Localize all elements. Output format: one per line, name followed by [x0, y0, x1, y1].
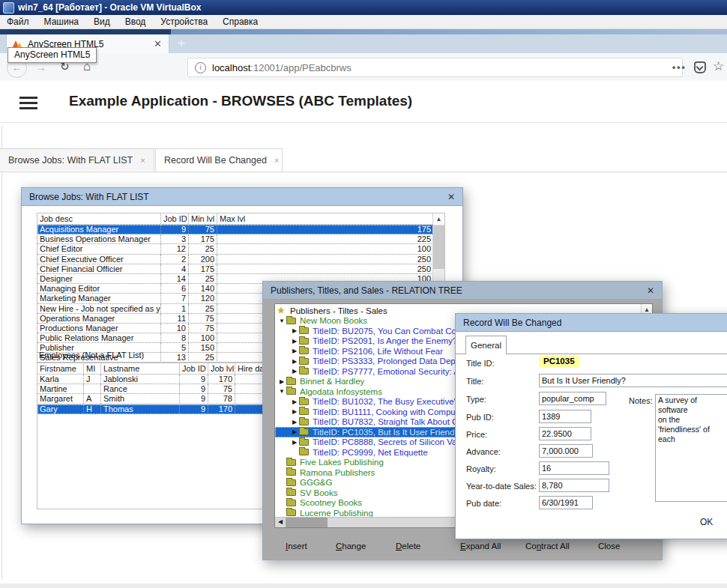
- folder-icon: [286, 459, 296, 466]
- expand-right-icon[interactable]: ▶: [290, 398, 299, 405]
- tree-item-label: TitleID: BU1032, The Busy Executive's: [313, 397, 460, 406]
- vm-titlebar[interactable]: win7_64 [Работает] - Oracle VM VirtualBo…: [0, 0, 727, 15]
- ytd-sales-field[interactable]: 8,780: [539, 479, 609, 492]
- expand-right-icon[interactable]: ▶: [290, 338, 299, 345]
- col-job-id[interactable]: Job ID: [180, 363, 208, 374]
- close-icon[interactable]: ✕: [447, 193, 455, 201]
- close-button[interactable]: Close: [598, 542, 620, 551]
- royalty-field[interactable]: 16: [539, 461, 609, 475]
- folder-icon: [286, 489, 296, 496]
- expand-down-icon[interactable]: ▼: [277, 388, 286, 395]
- menu-file[interactable]: Файл: [7, 16, 29, 27]
- cell-job-id: 6: [161, 284, 189, 293]
- site-info-icon[interactable]: i: [195, 62, 206, 73]
- folder-icon: [286, 388, 296, 395]
- delete-button[interactable]: Delete: [396, 542, 420, 551]
- cell-min-lvl: 75: [189, 324, 217, 333]
- table-row[interactable]: Chief Editor 12 25 100: [37, 244, 433, 254]
- cell-job-id: 9: [180, 404, 208, 413]
- col-job-id[interactable]: Job ID: [161, 213, 189, 224]
- cell-job-id: 9: [180, 384, 208, 393]
- window-titlebar[interactable]: Publishers, Titles, and Sales - RELATION…: [263, 282, 662, 300]
- price-field[interactable]: 22.9500: [539, 427, 591, 440]
- menu-help[interactable]: Справка: [223, 16, 258, 27]
- expand-right-icon[interactable]: ▶: [290, 327, 299, 334]
- tab-close-icon[interactable]: ×: [274, 156, 279, 165]
- tree-item-label: Lucerne Publishing: [300, 509, 373, 518]
- cell-job-id: 12: [161, 244, 189, 253]
- col-mi[interactable]: MI: [84, 363, 101, 374]
- menu-view[interactable]: Вид: [94, 16, 110, 27]
- contract-all-button[interactable]: Contract All: [525, 542, 570, 551]
- advance-label: Advance:: [466, 447, 501, 456]
- type-field[interactable]: popular_comp: [539, 392, 606, 405]
- notes-field[interactable]: A survey of software on the 'friendlines…: [655, 394, 727, 502]
- cell-job-lvl: 75: [208, 384, 235, 393]
- tab-close-icon[interactable]: ×: [140, 156, 145, 165]
- scrollbar-thumb[interactable]: [286, 518, 328, 527]
- scroll-up-icon[interactable]: ▲: [433, 213, 444, 225]
- tab-close-icon[interactable]: ✕: [152, 38, 163, 49]
- menu-machine[interactable]: Машина: [44, 16, 79, 27]
- table-row[interactable]: Chief Financial Officier 4 175 250: [37, 264, 433, 274]
- new-tab-button[interactable]: +: [169, 34, 193, 53]
- folder-icon: [299, 419, 309, 425]
- menu-input[interactable]: Ввод: [125, 16, 146, 27]
- scrollbar-thumb[interactable]: [433, 225, 444, 269]
- pub-id-field[interactable]: 1389: [539, 410, 591, 423]
- insert-button[interactable]: Insert: [286, 542, 307, 551]
- url-host: localhost: [212, 62, 250, 73]
- col-min-lvl[interactable]: Min lvl: [189, 213, 217, 224]
- expand-right-icon[interactable]: ▶: [277, 378, 286, 385]
- change-button[interactable]: Change: [336, 542, 366, 551]
- col-job-desc[interactable]: Job desc: [37, 213, 161, 224]
- cell-job-desc: Business Operations Manager: [37, 234, 161, 243]
- expand-right-icon[interactable]: ▶: [290, 348, 299, 354]
- expand-right-icon[interactable]: ▶: [290, 408, 299, 415]
- table-row[interactable]: Chief Executive Officer 2 200 250: [37, 255, 433, 264]
- bookmark-star-icon[interactable]: ☆: [713, 58, 724, 74]
- tab-label: Browse Jobs: With FLAT LIST: [8, 155, 133, 166]
- tab-general[interactable]: General: [465, 336, 507, 354]
- expand-right-icon[interactable]: ▶: [290, 439, 299, 446]
- col-max-lvl[interactable]: Max lvl: [217, 213, 433, 224]
- table-row[interactable]: Business Operations Manager 3 175 225: [37, 234, 433, 244]
- title-field[interactable]: But Is It User Friendly?: [539, 374, 727, 387]
- tree-item-label: Five Lakes Publishing: [300, 458, 384, 467]
- expand-right-icon[interactable]: ▶: [290, 368, 299, 375]
- expand-right-icon[interactable]: ▶: [290, 358, 299, 365]
- hamburger-menu-icon[interactable]: [19, 97, 37, 109]
- window-title: Publishers, Titles, and Sales - RELATION…: [271, 285, 462, 296]
- url-bar[interactable]: i localhost:12001/app/PEabcbrws: [187, 58, 683, 77]
- cell-job-id: 5: [161, 343, 189, 352]
- firefox-titlebar-strip: [0, 29, 727, 34]
- cell-min-lvl: 200: [189, 255, 217, 264]
- advance-field[interactable]: 7,000.000: [539, 444, 593, 458]
- expand-right-icon[interactable]: ▶: [290, 419, 299, 425]
- page-actions-icon[interactable]: •••: [672, 62, 687, 73]
- folder-icon: [299, 449, 309, 455]
- title-id-value[interactable]: PC1035: [539, 356, 579, 367]
- expand-down-icon[interactable]: ▼: [277, 318, 286, 324]
- expand-all-button[interactable]: Expand All: [460, 542, 501, 551]
- folder-icon: [299, 358, 309, 365]
- tab-browse-jobs[interactable]: Browse Jobs: With FLAT LIST ×: [0, 148, 154, 171]
- ok-button[interactable]: OK: [700, 517, 713, 527]
- tree-item-label: TitleID: PC8888, Secrets of Silicon Vall…: [313, 437, 465, 446]
- menu-devices[interactable]: Устройства: [160, 16, 208, 27]
- col-firstname[interactable]: Firstname: [37, 363, 84, 374]
- tab-record-changed[interactable]: Record Will Be Changed ×: [155, 148, 283, 172]
- table-row[interactable]: Acquisitions Manager 9 75 175: [37, 225, 433, 234]
- col-job-lvl[interactable]: Job lvl: [208, 363, 235, 374]
- pocket-icon[interactable]: [694, 61, 706, 73]
- pub-date-field[interactable]: 6/30/1991: [539, 496, 593, 509]
- window-titlebar[interactable]: Record Will Be Changed: [456, 314, 727, 332]
- scroll-left-icon[interactable]: ◀: [275, 518, 286, 527]
- col-lastname[interactable]: Lastname: [101, 363, 180, 374]
- window-titlebar[interactable]: Browse Jobs: With FLAT LIST ✕: [22, 188, 462, 206]
- expand-right-icon[interactable]: ▶: [290, 428, 299, 435]
- cell-mi: [84, 384, 101, 393]
- tree-item-label: TitleID: PS2106, Life Without Fear: [313, 347, 443, 356]
- close-icon[interactable]: ✕: [647, 286, 654, 295]
- window-title: Record Will Be Changed: [463, 318, 561, 328]
